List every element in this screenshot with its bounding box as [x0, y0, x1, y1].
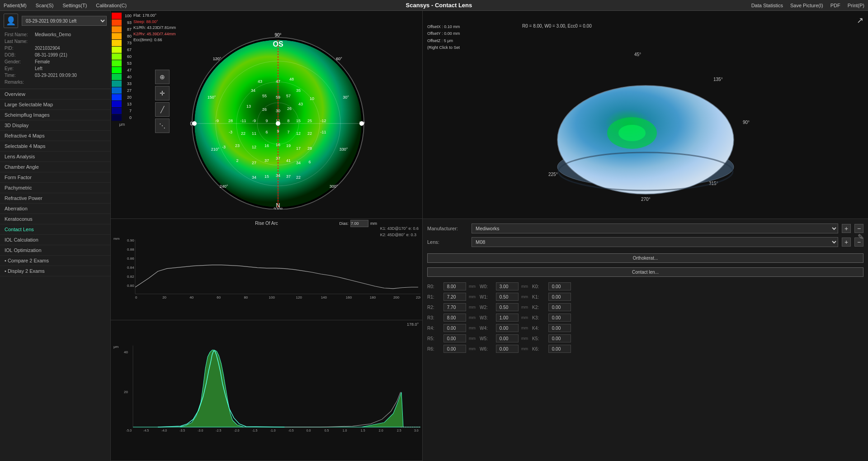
w-unit-2: mm	[521, 305, 529, 309]
menu-calibration[interactable]: Calibration(C)	[96, 3, 127, 8]
k-input-4[interactable]	[548, 324, 571, 332]
map-info: Flat: 178.00° Steep: 88.00° K1/Rh: 43.23…	[133, 13, 176, 43]
w-input-2[interactable]	[496, 303, 519, 311]
w-input-1[interactable]	[496, 293, 519, 301]
r-label-0: R0:	[427, 284, 441, 289]
lens-select[interactable]: M08	[472, 237, 838, 247]
svg-text:-12: -12	[320, 119, 326, 123]
w-label-2: W2:	[480, 305, 493, 310]
svg-text:47: 47	[275, 79, 280, 84]
menu-patient[interactable]: Patient(M)	[4, 3, 27, 8]
pdf-btn[interactable]: PDF	[830, 3, 840, 8]
sidebar-item-3d-display[interactable]: 3D Display	[0, 120, 110, 131]
r-label-3: R3:	[427, 315, 441, 320]
cursor-tool-btn[interactable]: ⊕	[155, 70, 170, 84]
k-input-2[interactable]	[548, 303, 571, 311]
menu-settings[interactable]: Settings(T)	[63, 3, 87, 8]
sidebar-item-form-factor[interactable]: Form Factor	[0, 172, 110, 183]
manufacturer-add-btn[interactable]: +	[842, 224, 851, 233]
r-input-4[interactable]	[443, 324, 466, 332]
remarks-value	[35, 79, 106, 85]
svg-text:6: 6	[308, 160, 311, 164]
menu-scan[interactable]: Scan(S)	[36, 3, 54, 8]
sidebar-item--compare-2-exams[interactable]: • Compare 2 Exams	[0, 256, 110, 266]
scatter-tool-btn[interactable]: ⋱	[155, 119, 170, 133]
k-label-2: K2:	[532, 305, 546, 310]
first-name-label: First Name:	[5, 32, 34, 38]
lens-param-row-0: R0:mmW0:mmK0:	[427, 282, 863, 290]
r-unit-1: mm	[469, 295, 477, 299]
orthokeratology-btn[interactable]: Orthokerat...	[427, 253, 863, 263]
svg-text:57: 57	[286, 94, 290, 98]
sidebar-item-iol-calculation[interactable]: IOL Calculation	[0, 235, 110, 245]
k-input-1[interactable]	[548, 293, 571, 301]
svg-text:-5.0: -5.0	[126, 429, 132, 432]
svg-text:26: 26	[262, 107, 266, 112]
sidebar-item-overview[interactable]: Overview	[0, 89, 110, 100]
sidebar-item-selectable-4-maps[interactable]: Selectable 4 Maps	[0, 141, 110, 152]
sidebar-item-pachymetric[interactable]: Pachymetric	[0, 183, 110, 193]
patient-date-select[interactable]: 03-29-2021 09:09:30 Left	[22, 16, 107, 26]
data-statistics-btn[interactable]: Data Statistics	[751, 3, 783, 8]
svg-text:150°: 150°	[207, 95, 216, 100]
last-name-label: Last Name:	[5, 38, 34, 44]
lens-add-btn[interactable]: +	[842, 238, 851, 247]
w-label-3: W3:	[480, 315, 493, 320]
sidebar-item-large-selectable-map[interactable]: Large Selectable Map	[0, 100, 110, 110]
contact-lens-btn[interactable]: Contact len...	[427, 267, 863, 277]
scale-color-bar	[112, 47, 122, 53]
r-input-5[interactable]	[443, 334, 466, 342]
print-btn[interactable]: Print(P)	[848, 3, 864, 8]
k-input-5[interactable]	[548, 334, 571, 342]
edit-icon[interactable]: ✎	[858, 233, 863, 241]
manufacturer-label: Manufacturer:	[427, 226, 468, 231]
w-input-0[interactable]	[496, 282, 519, 290]
sidebar-item-aberration[interactable]: Aberration	[0, 204, 110, 214]
w-input-6[interactable]	[496, 345, 519, 353]
manufacturer-remove-btn[interactable]: −	[854, 224, 863, 233]
w-unit-3: mm	[521, 315, 529, 320]
r-input-6[interactable]	[443, 345, 466, 353]
content-area: 1009387807367605347403327201370μm Flat: …	[111, 11, 868, 461]
svg-text:35: 35	[296, 88, 300, 93]
dob-value: 08-31-1999 (21)	[35, 52, 106, 58]
sidebar-item-chamber-angle[interactable]: Chamber Angle	[0, 162, 110, 172]
r-input-3[interactable]	[443, 314, 466, 322]
sidebar-item-lens-analysis[interactable]: Lens Analysis	[0, 152, 110, 162]
scale-value-label: 73	[123, 41, 132, 45]
k-input-6[interactable]	[548, 345, 571, 353]
move-tool-btn[interactable]: ✛	[155, 86, 170, 100]
svg-text:mm: mm	[113, 237, 120, 241]
measure-tool-btn[interactable]: ╱	[155, 102, 170, 117]
sidebar-item-contact-lens[interactable]: Contact Lens	[0, 224, 110, 235]
w-input-4[interactable]	[496, 324, 519, 332]
r-input-2[interactable]	[443, 303, 466, 311]
save-picture-btn[interactable]: Save Picture(I)	[790, 3, 823, 8]
sidebar-item--display-2-exams[interactable]: • Display 2 Exams	[0, 266, 110, 276]
scale-row: 100	[112, 13, 132, 19]
svg-text:28: 28	[307, 146, 311, 151]
svg-text:2.5: 2.5	[397, 429, 401, 432]
k-input-3[interactable]	[548, 314, 571, 322]
w-input-3[interactable]	[496, 314, 519, 322]
svg-text:0.80: 0.80	[127, 284, 134, 288]
sidebar-item-iol-optimization[interactable]: IOL Optimization	[0, 245, 110, 256]
dias-input[interactable]	[350, 220, 368, 227]
scale-color-bar	[112, 114, 122, 121]
sidebar-item-keratoconus[interactable]: Keratoconus	[0, 214, 110, 224]
k-label-6: K6:	[532, 347, 546, 352]
svg-text:225°: 225°	[548, 172, 558, 177]
gender-value: Female	[35, 59, 106, 65]
export-icon[interactable]: ↗	[857, 15, 863, 25]
sidebar-item-refractive-power[interactable]: Refractive Power	[0, 193, 110, 204]
sidebar-item-refractive-4-maps[interactable]: Refractive 4 Maps	[0, 131, 110, 141]
k-input-0[interactable]	[548, 282, 571, 290]
patient-header: 👤 03-29-2021 09:09:30 Left	[4, 14, 107, 28]
offset-info: OffsetX : 0.10 mm OffsetY : 0.00 mm Offs…	[427, 24, 460, 51]
r-input-1[interactable]	[443, 293, 466, 301]
w-input-5[interactable]	[496, 334, 519, 342]
sidebar-item-scheimpflug-images[interactable]: Scheimpflug Images	[0, 110, 110, 120]
r-input-0[interactable]	[443, 282, 466, 290]
k2-info: K2/Rv: 45.39D/7.44mm	[133, 31, 176, 38]
manufacturer-select[interactable]: Mediworks	[472, 223, 838, 233]
